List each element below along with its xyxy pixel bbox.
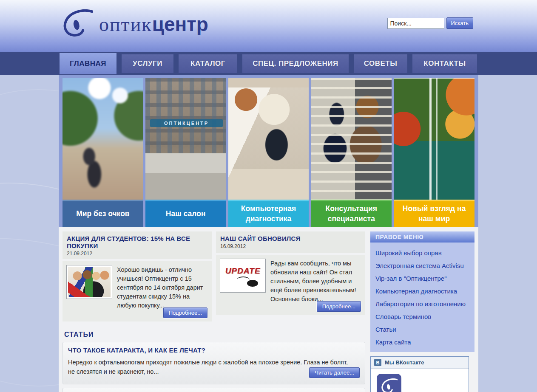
search-input[interactable] (387, 18, 444, 29)
site-logo[interactable]: оптикцентр (62, 9, 208, 39)
articles-heading: СТАТЬИ (64, 331, 365, 338)
vk-widget-header: В Мы ВКонтакте (371, 357, 469, 369)
sidebar-item-frames[interactable]: Широкий выбор оправ (375, 247, 469, 259)
logo-part-optik: оптик (99, 14, 152, 35)
computer-mouse-shape (247, 280, 258, 287)
nav-tab-kontakty[interactable]: КОНТАКТЫ (412, 54, 477, 73)
article-read-more-button[interactable]: Читать далее... (309, 367, 360, 378)
news-thumbnail-students (67, 265, 112, 299)
news-date: 21.09.2012 (67, 251, 207, 257)
nav-tab-katalog[interactable]: КАТАЛОГ (179, 54, 237, 73)
article-cataract: ЧТО ТАКОЕ КАТАРАКТА, И КАК ЕЕ ЛЕЧАТ? Нер… (63, 342, 365, 384)
news-title: АКЦИЯ ДЛЯ СТУДЕНТОВ: 15% НА ВСЕ ПОКУПКИ (67, 235, 207, 249)
sidebar-item-articles[interactable]: Статьи (375, 323, 469, 336)
search-area: Искать (387, 17, 474, 29)
news-text: Рады вам сообщить, что мы обновили наш с… (270, 259, 361, 304)
article-text: Нередко к офтальмологам приходят пожилые… (68, 358, 351, 377)
logo-part-centr: центр (152, 13, 208, 35)
news-text: Хорошо видишь - отлично учишься! Оптикце… (117, 265, 207, 310)
sidebar-menu-title: ПРАВОЕ МЕНЮ (370, 231, 474, 243)
slide-caption: Новый взгляд на наш мир (394, 200, 474, 227)
content-area: АКЦИЯ ДЛЯ СТУДЕНТОВ: 15% НА ВСЕ ПОКУПКИ … (59, 227, 478, 392)
nav-tab-sovety[interactable]: СОВЕТЫ (354, 54, 407, 73)
nav-tab-uslugi[interactable]: УСЛУГИ (122, 54, 173, 73)
eye-logo-icon (62, 9, 93, 39)
nav-items: ГЛАВНАЯ УСЛУГИ КАТАЛОГ СПЕЦ. ПРЕДЛОЖЕНИЯ… (60, 52, 480, 75)
slide-photo-park (63, 78, 143, 200)
vk-widget: В Мы ВКонтакте Оптикцентр Люкс (370, 356, 469, 392)
news-section: АКЦИЯ ДЛЯ СТУДЕНТОВ: 15% НА ВСЕ ПОКУПКИ … (63, 231, 365, 321)
carousel: Мир без очков ОПТИКЦЕНТР Наш салон Компь… (59, 75, 478, 227)
building-sign-text: ОПТИКЦЕНТР (150, 119, 223, 127)
sidebar-menu: Широкий выбор оправ Электронная система … (370, 243, 474, 352)
slide-caption: Компьютерная диагностика (228, 200, 309, 227)
slide-new-view[interactable]: Новый взгляд на наш мир (394, 78, 474, 227)
vk-widget-body: Оптикцентр Люкс (371, 369, 469, 392)
sidebar-item-diagnostics[interactable]: Компьютерная диагностика (375, 285, 469, 298)
slide-photo-shop (311, 78, 392, 200)
main-navigation: ГЛАВНАЯ УСЛУГИ КАТАЛОГ СПЕЦ. ПРЕДЛОЖЕНИЯ… (0, 52, 537, 75)
article-title: ЧТО ТАКОЕ КАТАРАКТА, И КАК ЕЕ ЛЕЧАТ? (68, 347, 360, 354)
eye-logo-icon-white (381, 378, 398, 392)
article-eyes: НЕ ПРОГЛЯДИ ГЛАЗА (63, 388, 365, 392)
nav-tab-glavnaya[interactable]: ГЛАВНАЯ (60, 53, 116, 74)
vk-group-avatar[interactable] (377, 374, 401, 392)
page: оптикцентр Искать ГЛАВНАЯ УСЛУГИ КАТАЛОГ… (0, 0, 537, 392)
sidebar-item-activisu[interactable]: Электронная система Activisu (375, 259, 469, 272)
update-image-text: UPDATE (225, 266, 261, 276)
site-header: оптикцентр Искать (0, 0, 537, 52)
news-title: НАШ САЙТ ОБНОВИЛСЯ (220, 235, 361, 242)
sidebar-item-glossary[interactable]: Словарь терминов (375, 310, 469, 323)
news-item-site-update: НАШ САЙТ ОБНОВИЛСЯ 16.09.2012 UPDATE Рад… (216, 231, 365, 321)
sidebar-item-laboratory[interactable]: Лабаротория по изготовлению (375, 298, 469, 310)
slide-computer-diagnostics[interactable]: Компьютерная диагностика (228, 78, 309, 227)
sidebar-item-vip[interactable]: Vip-зал в "Оптикцентре" (375, 272, 469, 285)
slide-photo-autumn (394, 78, 474, 200)
news-more-button[interactable]: Подробнее... (163, 307, 207, 318)
nav-tab-spec-predlozheniya[interactable]: СПЕЦ. ПРЕДЛОЖЕНИЯ (242, 54, 349, 73)
main-column: АКЦИЯ ДЛЯ СТУДЕНТОВ: 15% НА ВСЕ ПОКУПКИ … (63, 231, 365, 392)
news-header: АКЦИЯ ДЛЯ СТУДЕНТОВ: 15% НА ВСЕ ПОКУПКИ … (63, 231, 212, 259)
carousel-slides: Мир без очков ОПТИКЦЕНТР Наш салон Компь… (63, 78, 474, 227)
site-title: оптикцентр (99, 14, 208, 34)
news-more-button[interactable]: Подробнее... (317, 301, 361, 312)
slide-photo-clinic (228, 78, 309, 200)
vk-icon[interactable]: В (374, 359, 381, 366)
news-body: UPDATE Рады вам сообщить, что мы обновил… (216, 255, 365, 315)
content-wrapper: Мир без очков ОПТИКЦЕНТР Наш салон Компь… (59, 75, 478, 392)
news-thumbnail-update: UPDATE (220, 259, 265, 292)
slide-our-salon[interactable]: ОПТИКЦЕНТР Наш салон (145, 78, 226, 227)
slide-caption: Консультация специалиста (311, 200, 392, 227)
news-date: 16.09.2012 (220, 243, 361, 249)
slide-caption: Мир без очков (63, 200, 143, 227)
slide-caption: Наш салон (145, 200, 226, 227)
news-header: НАШ САЙТ ОБНОВИЛСЯ 16.09.2012 (216, 231, 365, 253)
search-button[interactable]: Искать (446, 17, 474, 29)
news-item-students: АКЦИЯ ДЛЯ СТУДЕНТОВ: 15% НА ВСЕ ПОКУПКИ … (63, 231, 212, 321)
sidebar-item-sitemap[interactable]: Карта сайта (375, 336, 469, 349)
news-body: Хорошо видишь - отлично учишься! Оптикце… (63, 261, 212, 321)
slide-photo-building: ОПТИКЦЕНТР (145, 78, 226, 200)
slide-specialist-consultation[interactable]: Консультация специалиста (311, 78, 392, 227)
vk-widget-title: Мы ВКонтакте (385, 359, 424, 366)
right-sidebar: ПРАВОЕ МЕНЮ Широкий выбор оправ Электрон… (370, 231, 474, 392)
slide-world-without-glasses[interactable]: Мир без очков (63, 78, 143, 227)
